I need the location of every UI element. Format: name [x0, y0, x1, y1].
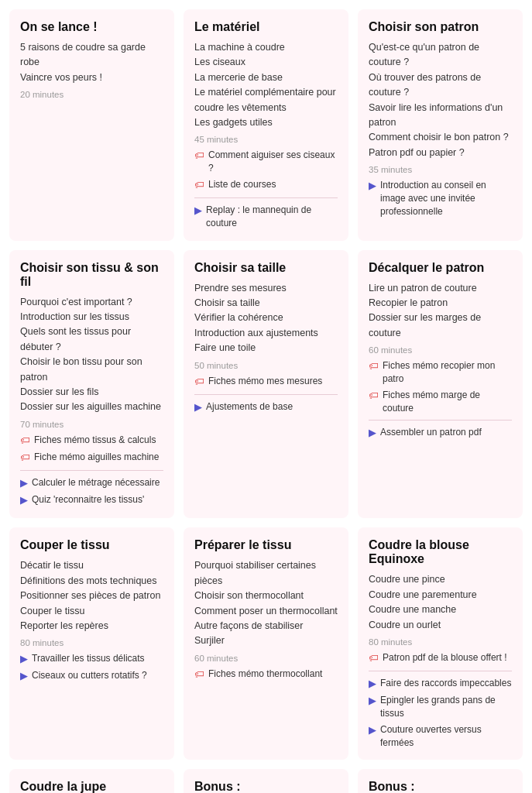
list-item: Faire une toile: [194, 341, 338, 355]
divider: [194, 197, 338, 198]
list-item: Autre façons de stabiliser: [194, 619, 338, 633]
resource-label: Faire des raccords impeccables: [380, 677, 511, 690]
video-icon: ▶: [194, 400, 202, 414]
module-grid: On se lance !5 raisons de coudre sa gard…: [9, 9, 523, 793]
pdf-icon: 🏷: [194, 178, 204, 192]
duration: 50 minutes: [194, 361, 338, 370]
list-item: Le matériel complémentaire pour coudre l…: [194, 85, 338, 115]
video-icon: ▶: [20, 476, 28, 490]
list-item: Qu'est-ce qu'un patron de couture ?: [369, 40, 512, 70]
resource-video: ▶ Faire des raccords impeccables: [369, 677, 512, 691]
list-item: Introduction sur les tissus: [20, 310, 163, 324]
list-item: Coudre une manche: [369, 602, 512, 617]
pdf-icon: 🏷: [20, 451, 30, 465]
resource-pdf: 🏷 Fiche mémo aiguilles machine: [20, 451, 163, 465]
resource-label: Fiches mémo recopier mon patro: [383, 359, 512, 386]
video-icon: ▶: [369, 723, 376, 737]
resource-video: ▶ Ciseaux ou cutters rotatifs ?: [20, 669, 163, 683]
resource-label: Fiches mémo marge de couture: [383, 389, 512, 415]
list-item: Décatir le tissu: [20, 558, 163, 573]
resource-label: Travailler les tissus délicats: [32, 652, 145, 665]
video-icon: ▶: [369, 426, 376, 440]
list-item: Coudre un ourlet: [369, 618, 512, 633]
divider: [369, 420, 512, 421]
resource-label: Assembler un patron pdf: [380, 426, 482, 439]
list-item: Choisir le bon tissu pour son patron: [20, 355, 163, 385]
pdf-icon: 🏷: [369, 359, 379, 373]
list-item: Vérifier la cohérence: [194, 311, 338, 325]
list-item: Dossier sur les aiguilles machine: [20, 400, 163, 414]
divider: [369, 671, 512, 671]
card-choisir-tissu-fil: Choisir son tissu & son filPourquoi c'es…: [9, 250, 174, 519]
card-title: Bonus :: [369, 780, 512, 793]
duration: 80 minutes: [369, 637, 512, 647]
card-coudre-blouse: Coudre la blouse EquinoxeCoudre une pinc…: [358, 527, 523, 760]
card-title: Coudre la blouse Equinoxe: [369, 538, 512, 566]
video-icon: ▶: [369, 179, 376, 193]
card-choisir-taille: Choisir sa taillePrendre ses mesuresChoi…: [184, 250, 348, 519]
resource-video: ▶ Introduction au conseil en image avec …: [369, 179, 512, 218]
pdf-icon: 🏷: [20, 434, 30, 448]
card-title: Bonus :: [194, 780, 338, 793]
list-item: Vaincre vos peurs !: [20, 70, 163, 85]
list-item: Comment poser un thermocollant: [194, 604, 338, 619]
resource-label: Ciseaux ou cutters rotatifs ?: [32, 669, 147, 682]
list-item: Lire un patron de couture: [369, 281, 512, 296]
resource-label: Comment aiguiser ses ciseaux ?: [208, 149, 338, 175]
resource-pdf: 🏷 Liste de courses: [194, 178, 338, 192]
resource-video: ▶ Quiz 'reconnaitre les tissus': [20, 493, 163, 507]
resource-label: Fiche mémo aiguilles machine: [34, 451, 159, 464]
resource-label: Calculer le métrage nécessaire: [32, 476, 160, 489]
card-couper-tissu: Couper le tissuDécatir le tissuDéfinitio…: [9, 527, 174, 760]
duration: 45 minutes: [194, 135, 338, 144]
resource-pdf: 🏷 Comment aiguiser ses ciseaux ?: [194, 149, 338, 175]
divider: [194, 394, 338, 395]
list-item: Coudre une pince: [369, 572, 512, 587]
card-choisir-son-patron: Choisir son patronQu'est-ce qu'un patron…: [358, 9, 523, 241]
pdf-icon: 🏷: [369, 389, 379, 403]
duration: 60 minutes: [369, 345, 512, 355]
resource-label: Introduction au conseil en image avec un…: [380, 179, 512, 218]
duration: 60 minutes: [194, 654, 338, 663]
card-title: On se lance !: [20, 20, 163, 34]
list-item: La mercerie de base: [194, 70, 338, 85]
resource-label: Liste de courses: [208, 178, 276, 191]
list-item: Dossier sur les fils: [20, 385, 163, 400]
resource-video: ▶ Ajustements de base: [194, 400, 338, 414]
resource-video: ▶ Epingler les grands pans de tissus: [369, 694, 512, 720]
card-title: Préparer le tissu: [194, 538, 338, 552]
resource-label: Fiches mémo mes mesures: [208, 375, 322, 388]
duration: 35 minutes: [369, 165, 512, 174]
list-item: Comment choisir le bon patron ?: [369, 130, 512, 145]
list-item: Choisir son thermocollant: [194, 589, 338, 603]
list-item: Patron pdf ou papier ?: [369, 146, 512, 160]
pdf-icon: 🏷: [194, 375, 204, 389]
resource-video: ▶ Couture ouvertes versus fermées: [369, 723, 512, 750]
list-item: Surjiler: [194, 633, 338, 648]
list-item: Pourquoi c'est important ?: [20, 295, 163, 310]
list-item: Définitions des mots techniques: [20, 574, 163, 589]
pdf-icon: 🏷: [194, 149, 204, 163]
resource-label: Epingler les grands pans de tissus: [380, 694, 512, 720]
list-item: Reporter les repères: [20, 619, 163, 633]
card-title: Le matériel: [194, 20, 338, 34]
resource-pdf: 🏷 Fiches mémo tissus & calculs: [20, 434, 163, 448]
video-icon: ▶: [369, 694, 376, 708]
list-item: Introduction aux ajustements: [194, 326, 338, 341]
card-coudre-jupe: Coudre la jupe EquinoxeCoudre des fronce…: [9, 769, 174, 793]
card-title: Choisir son patron: [369, 20, 512, 34]
card-decalquer-patron: Décalquer le patronLire un patron de cou…: [358, 250, 523, 519]
divider: [20, 470, 163, 471]
list-item: Coudre une parementure: [369, 588, 512, 602]
resource-pdf: 🏷 Fiches mémo recopier mon patro: [369, 359, 512, 386]
card-le-materiel: Le matérielLa machine à coudreLes ciseau…: [184, 9, 348, 241]
list-item: Prendre ses mesures: [194, 281, 338, 296]
resource-label: Couture ouvertes versus fermées: [380, 723, 512, 750]
video-icon: ▶: [194, 204, 202, 218]
list-item: 5 raisons de coudre sa garde robe: [20, 40, 163, 70]
resource-label: Fiches mémo thermocollant: [208, 668, 322, 681]
list-item: Les ciseaux: [194, 55, 338, 70]
resource-pdf: 🏷 Fiches mémo marge de couture: [369, 389, 512, 415]
list-item: La machine à coudre: [194, 40, 338, 55]
pdf-icon: 🏷: [194, 668, 204, 681]
